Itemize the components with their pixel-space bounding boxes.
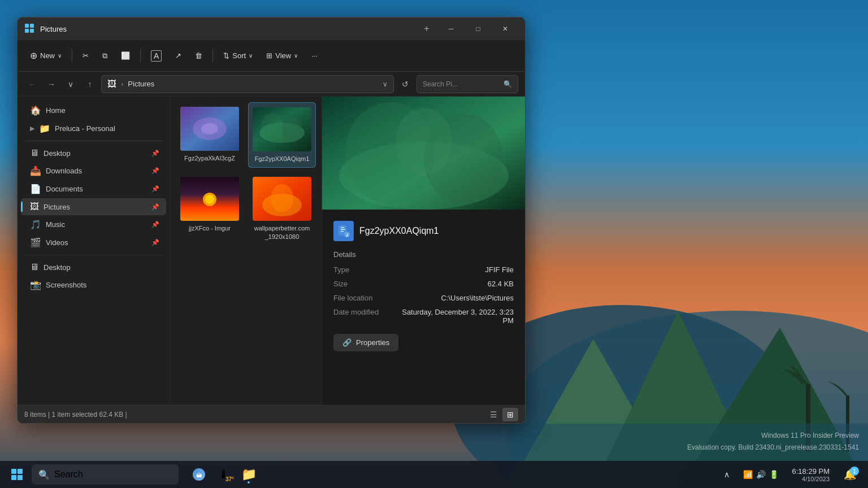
search-box[interactable]: Search Pi... 🔍 — [416, 75, 518, 93]
file-name-2: jjzXFco - Imgur — [189, 224, 231, 232]
taskbar-search[interactable]: 🔍 Search — [32, 464, 179, 485]
sidebar-item-documents[interactable]: 📄 Documents 📌 — [21, 180, 166, 198]
search-box-icon: 🔍 — [504, 80, 512, 88]
view-chevron-icon: ∨ — [294, 53, 298, 59]
properties-icon: 🔗 — [342, 338, 351, 347]
properties-button[interactable]: 🔗 Properties — [333, 334, 398, 351]
file-item-3[interactable]: wallpaperbetter.com_1920x1080 — [248, 172, 316, 245]
videos-icon: 🎬 — [30, 237, 41, 248]
preview-name: Fgz2ypXX0AQiqm1 — [359, 226, 439, 236]
svg-text:J: J — [346, 233, 348, 238]
file-thumb-2 — [180, 177, 239, 221]
pictures-icon: 🖼 — [30, 202, 39, 212]
new-button[interactable]: ⊕ New ∨ — [24, 47, 67, 64]
paste-button[interactable]: ⬜ — [115, 48, 136, 63]
address-dropdown-icon[interactable]: ∨ — [383, 80, 388, 88]
svg-point-20 — [271, 184, 293, 212]
preview-panel: J Fgz2ypXX0AQiqm1 Details Type JFIF File… — [322, 97, 525, 405]
address-bar[interactable]: 🖼 › Pictures ∨ — [101, 75, 394, 93]
svg-point-13 — [261, 113, 284, 141]
file-item-1[interactable]: Fgz2ypXX0AQiqm1 — [248, 102, 316, 168]
svg-point-10 — [201, 123, 218, 134]
view-icon: ⊞ — [266, 51, 272, 60]
list-view-button[interactable]: ☰ — [485, 408, 501, 421]
detail-type: Type JFIF File — [333, 265, 514, 274]
new-icon: ⊕ — [30, 50, 37, 61]
expand-preluca-icon: ▶ — [30, 125, 34, 132]
music-icon: 🎵 — [30, 219, 41, 230]
volume-icon: 🔊 — [756, 470, 766, 479]
new-chevron-icon: ∨ — [58, 53, 62, 59]
forward-button[interactable]: → — [44, 76, 59, 92]
taskbar-widget-app[interactable]: 🏔 — [188, 464, 210, 485]
sidebar-preluca-label: Preluca - Personal — [55, 124, 115, 133]
grid-view-button[interactable]: ⊞ — [502, 408, 518, 421]
share-button[interactable]: ↗ — [170, 48, 187, 63]
title-bar: Pictures + ─ □ ✕ — [18, 18, 525, 40]
up-button[interactable]: ↑ — [82, 76, 98, 92]
sidebar-item-pictures[interactable]: 🖼 Pictures 📌 — [21, 198, 166, 215]
file-item-0[interactable]: Fgz2ypaXkAI3cgZ — [176, 102, 244, 168]
taskbar-right: ∧ 📶 🔊 🔋 6:18:29 PM 4/10/2023 🔔 1 — [719, 464, 862, 485]
path-text: Pictures — [128, 80, 154, 88]
file-name-0: Fgz2ypaXkAI3cgZ — [184, 154, 235, 162]
cut-button[interactable]: ✂ — [77, 48, 94, 63]
sidebar-desktop-label: Desktop — [44, 149, 71, 158]
taskbar-weather-app[interactable]: 🌡 37° — [212, 464, 235, 485]
file-item-2[interactable]: jjzXFco - Imgur — [176, 172, 244, 245]
preluca-icon: 📁 — [39, 123, 50, 134]
more-button[interactable]: ··· — [306, 48, 323, 63]
svg-text:🏔: 🏔 — [196, 472, 202, 478]
sort-button[interactable]: ⇅ Sort ∨ — [218, 48, 258, 63]
svg-point-17 — [205, 195, 214, 204]
svg-rect-34 — [11, 475, 16, 480]
sort-icon: ⇅ — [223, 51, 229, 60]
location-value: C:\Users\itste\Pictures — [441, 294, 514, 302]
taskbar: 🔍 Search 🏔 🌡 37° 📁 — [0, 461, 868, 488]
preview-image — [322, 97, 525, 210]
tray-expand-button[interactable]: ∧ — [719, 468, 734, 481]
home-icon: 🏠 — [30, 105, 41, 116]
minimize-button[interactable]: ─ — [438, 20, 464, 37]
view-button[interactable]: ⊞ View ∨ — [261, 48, 303, 63]
refresh-button[interactable]: ↺ — [397, 76, 413, 92]
expand-button[interactable]: ∨ — [63, 76, 79, 92]
taskbar-fileexplorer-app[interactable]: 📁 — [237, 464, 260, 485]
window-icon — [24, 23, 36, 34]
sidebar-documents-label: Documents — [46, 185, 83, 193]
pin-desktop-icon: 📌 — [151, 150, 159, 157]
sort-chevron-icon: ∨ — [249, 53, 253, 59]
status-view-buttons: ☰ ⊞ — [485, 408, 518, 421]
file-grid: Fgz2ypaXkAI3cgZ — [176, 102, 316, 245]
new-tab-button[interactable]: + — [420, 22, 433, 36]
copy-button[interactable]: ⧉ — [97, 48, 113, 64]
sidebar-item-downloads[interactable]: 📥 Downloads 📌 — [21, 162, 166, 180]
pin-music-icon: 📌 — [151, 221, 159, 228]
sidebar-item-screenshots[interactable]: 📸 Screenshots — [21, 276, 166, 294]
search-box-text: Search Pi... — [423, 80, 458, 88]
taskbar-apps: 🏔 🌡 37° 📁 — [188, 464, 260, 485]
sidebar-videos-label: Videos — [46, 238, 68, 247]
rename-button[interactable]: A — [145, 47, 167, 65]
sidebar-item-music[interactable]: 🎵 Music 📌 — [21, 216, 166, 233]
sidebar-item-videos[interactable]: 🎬 Videos 📌 — [21, 234, 166, 251]
taskbar-search-icon: 🔍 — [38, 469, 50, 480]
sidebar-item-desktop2[interactable]: 🖥 Desktop — [21, 259, 166, 276]
notification-button[interactable]: 🔔 1 — [839, 464, 861, 485]
delete-button[interactable]: 🗑 — [189, 48, 208, 63]
details-title: Details — [333, 250, 514, 259]
sort-label: Sort — [232, 51, 246, 60]
sidebar-item-home[interactable]: 🏠 Home — [21, 102, 166, 119]
maximize-button[interactable]: □ — [465, 20, 491, 37]
taskbar-clock[interactable]: 6:18:29 PM 4/10/2023 — [788, 465, 835, 485]
network-icon-area[interactable]: 📶 🔊 🔋 — [739, 468, 783, 481]
sidebar-item-preluca[interactable]: ▶ 📁 Preluca - Personal — [21, 120, 166, 137]
taskbar-search-text: Search — [54, 469, 83, 480]
close-button[interactable]: ✕ — [492, 20, 518, 37]
start-button[interactable] — [7, 464, 27, 485]
back-button[interactable]: ← — [24, 76, 40, 92]
sidebar-divider-1 — [24, 141, 163, 141]
sidebar-item-desktop[interactable]: 🖥 Desktop 📌 — [21, 145, 166, 162]
status-text: 8 items | 1 item selected 62.4 KB | — [24, 411, 485, 419]
share-icon: ↗ — [175, 51, 181, 60]
